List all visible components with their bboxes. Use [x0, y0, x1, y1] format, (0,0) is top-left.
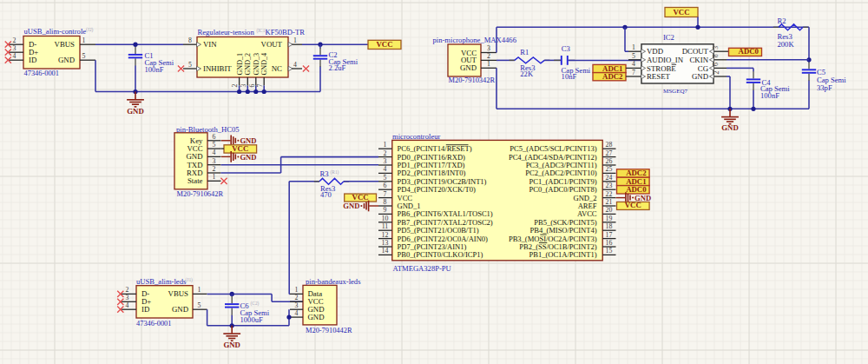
svg-text:VCC: VCC [352, 193, 369, 202]
svg-text:DCOUT: DCOUT [682, 47, 709, 56]
svg-text:VDD: VDD [647, 47, 663, 56]
svg-text:21: 21 [606, 198, 613, 206]
svg-text:10: 10 [382, 215, 389, 222]
svg-text:11: 11 [382, 222, 389, 230]
svg-text:GND: GND [721, 123, 739, 132]
svg-text:7: 7 [256, 84, 264, 88]
svg-text:GND: GND [127, 107, 144, 116]
svg-text:GND_1: GND_1 [236, 53, 244, 76]
svg-text:VCC: VCC [376, 40, 392, 49]
svg-text:ADC0: ADC0 [626, 185, 647, 194]
svg-text:17: 17 [606, 231, 613, 239]
svg-text:1: 1 [82, 36, 86, 44]
svg-text:1: 1 [293, 36, 297, 44]
svg-text:R3: R3 [320, 169, 329, 178]
svg-text:22K: 22K [520, 69, 534, 78]
svg-text:(J1): (J1) [186, 277, 194, 283]
svg-text:27: 27 [606, 149, 613, 157]
svg-text:26: 26 [606, 157, 613, 165]
svg-text:4: 4 [295, 309, 299, 317]
svg-text:INHIBIT: INHIBIT [203, 64, 232, 73]
svg-text:PB1_(OC1A/PCINT1): PB1_(OC1A/PCINT1) [529, 250, 597, 259]
svg-text:uUSB_alim-controle: uUSB_alim-controle [24, 27, 87, 36]
svg-text:2.2uF: 2.2uF [329, 63, 346, 72]
svg-text:1: 1 [487, 60, 490, 68]
svg-text:5: 5 [198, 301, 201, 309]
svg-text:CKIN: CKIN [689, 56, 708, 64]
svg-text:3: 3 [487, 44, 490, 52]
svg-text:6: 6 [384, 182, 387, 189]
svg-text:24: 24 [606, 174, 613, 182]
svg-text:2: 2 [384, 149, 387, 157]
svg-text:AUDIO_IN: AUDIO_IN [647, 56, 684, 64]
svg-text:4: 4 [384, 165, 387, 173]
svg-text:3: 3 [713, 46, 720, 50]
svg-text:GND: GND [308, 313, 325, 321]
svg-text:(R1): (R1) [331, 169, 339, 175]
svg-text:pin-Bluetooth_HC05: pin-Bluetooth_HC05 [176, 125, 240, 134]
svg-text:VOUT: VOUT [261, 40, 283, 49]
svg-text:15: 15 [606, 247, 613, 255]
svg-text:25: 25 [606, 165, 613, 173]
svg-text:13: 13 [382, 239, 389, 247]
svg-text:1: 1 [213, 173, 216, 181]
svg-text:GND: GND [172, 305, 188, 314]
svg-text:1: 1 [295, 286, 299, 294]
svg-text:ID: ID [141, 305, 149, 314]
svg-text:7: 7 [632, 69, 635, 76]
svg-text:18: 18 [606, 222, 613, 230]
svg-text:8: 8 [713, 54, 720, 57]
svg-text:MSGEQ7: MSGEQ7 [663, 88, 688, 95]
svg-text:6: 6 [713, 63, 720, 66]
svg-text:6: 6 [213, 133, 216, 141]
svg-text:7: 7 [384, 190, 387, 198]
svg-text:10nF: 10nF [562, 72, 577, 81]
svg-text:20: 20 [606, 206, 613, 214]
svg-text:3: 3 [295, 301, 299, 309]
svg-text:M20-7910342R: M20-7910342R [449, 76, 496, 84]
svg-text:2: 2 [126, 286, 129, 294]
svg-text:ADC0: ADC0 [739, 47, 760, 56]
svg-text:State: State [187, 176, 203, 185]
svg-text:470: 470 [320, 190, 332, 199]
svg-text:5: 5 [188, 61, 192, 69]
svg-text:R1: R1 [520, 48, 529, 56]
svg-text:C3: C3 [562, 44, 570, 53]
svg-text:GND_4: GND_4 [260, 53, 268, 76]
svg-text:3: 3 [126, 294, 129, 301]
svg-text:GND: GND [343, 202, 359, 210]
svg-text:VCC: VCC [625, 201, 641, 209]
svg-text:12: 12 [382, 231, 389, 239]
svg-text:4: 4 [293, 61, 297, 69]
svg-text:14: 14 [382, 247, 389, 255]
svg-text:2: 2 [231, 84, 239, 88]
svg-text:VCC: VCC [232, 144, 248, 153]
svg-text:IC2: IC2 [663, 33, 674, 42]
svg-text:GND: GND [223, 341, 240, 349]
svg-text:1: 1 [632, 43, 635, 51]
svg-text:GND_2: GND_2 [244, 53, 252, 76]
svg-text:23: 23 [606, 182, 613, 189]
svg-text:VIN: VIN [203, 40, 217, 49]
svg-text:KF50BD-TR: KF50BD-TR [266, 28, 306, 36]
svg-text:3: 3 [240, 84, 247, 88]
svg-text:100nF: 100nF [760, 91, 779, 100]
svg-text:CG: CG [698, 64, 709, 73]
svg-text:ADC2: ADC2 [602, 72, 623, 81]
svg-text:2: 2 [213, 165, 216, 173]
svg-text:NC: NC [272, 64, 282, 73]
svg-text:C5: C5 [817, 68, 825, 76]
svg-text:8: 8 [384, 198, 387, 206]
svg-text:Regulateur-tension: Regulateur-tension [198, 28, 255, 36]
svg-text:5: 5 [213, 141, 216, 149]
svg-text:4: 4 [13, 52, 16, 60]
svg-text:47346-0001: 47346-0001 [24, 69, 59, 77]
svg-text:5: 5 [384, 174, 387, 182]
svg-text:1000uF: 1000uF [240, 315, 263, 324]
svg-text:(C2): (C2) [251, 301, 260, 307]
svg-text:VBUS: VBUS [55, 40, 76, 49]
svg-text:200K: 200K [778, 40, 795, 49]
svg-text:GND: GND [240, 153, 256, 162]
svg-text:3: 3 [13, 44, 16, 52]
svg-text:4: 4 [126, 301, 129, 309]
